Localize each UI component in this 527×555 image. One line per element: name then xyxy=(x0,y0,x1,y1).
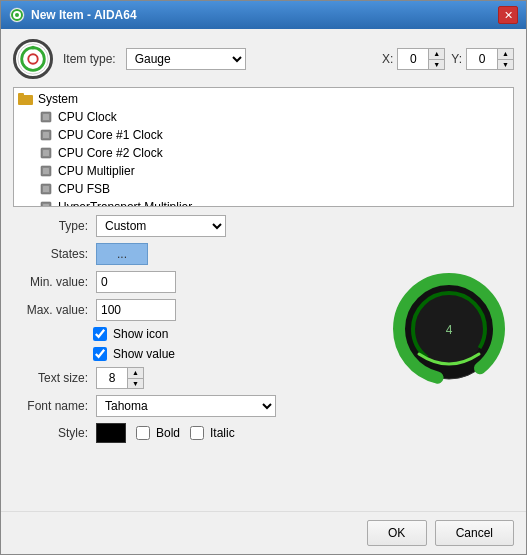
x-spin-buttons: ▲ ▼ xyxy=(428,49,444,69)
max-value-row: Max. value: 100 xyxy=(13,299,374,321)
chip-icon-3 xyxy=(38,145,54,161)
top-row: Item type: Gauge X: 0 ▲ ▼ Y: xyxy=(13,39,514,79)
tree-cpu-fsb-label: CPU FSB xyxy=(58,182,110,196)
gauge-value: 4 xyxy=(446,323,453,337)
main-content: Item type: Gauge X: 0 ▲ ▼ Y: xyxy=(1,29,526,511)
tree-item-cpu-fsb[interactable]: CPU FSB xyxy=(34,180,513,198)
min-value-input[interactable]: 0 xyxy=(96,271,176,293)
font-name-select[interactable]: Tahoma xyxy=(96,395,276,417)
y-spin-up[interactable]: ▲ xyxy=(498,49,513,59)
tree-item-cpu-clock[interactable]: CPU Clock xyxy=(34,108,513,126)
x-input[interactable]: 0 xyxy=(398,49,428,69)
tree-item-cpu-core2[interactable]: CPU Core #2 Clock xyxy=(34,144,513,162)
svg-point-6 xyxy=(31,46,35,50)
show-value-checkbox[interactable] xyxy=(93,347,107,361)
italic-group: Italic xyxy=(190,426,235,440)
show-value-label: Show value xyxy=(113,347,175,361)
text-size-label: Text size: xyxy=(13,371,88,385)
svg-rect-8 xyxy=(18,93,24,97)
show-icon-label: Show icon xyxy=(113,327,168,341)
chip-icon-4 xyxy=(38,163,54,179)
gauge-area: 4 xyxy=(384,215,514,443)
folder-icon xyxy=(18,91,34,107)
y-label: Y: xyxy=(451,52,462,66)
tree-container[interactable]: System CPU Clock CPU Cor xyxy=(13,87,514,207)
min-value-label: Min. value: xyxy=(13,275,88,289)
min-value-row: Min. value: 0 xyxy=(13,271,374,293)
tree-item-ht-mult[interactable]: HyperTransport Multiplier xyxy=(34,198,513,207)
type-select[interactable]: Custom xyxy=(96,215,226,237)
show-icon-row: Show icon xyxy=(93,327,374,341)
svg-rect-10 xyxy=(43,114,49,120)
cancel-button[interactable]: Cancel xyxy=(435,520,514,546)
item-type-select[interactable]: Gauge xyxy=(126,48,246,70)
svg-point-2 xyxy=(15,13,19,17)
tree-cpu-core1-label: CPU Core #1 Clock xyxy=(58,128,163,142)
font-name-row: Font name: Tahoma xyxy=(13,395,374,417)
button-row: OK Cancel xyxy=(1,511,526,554)
text-size-spin-buttons: ▲ ▼ xyxy=(127,368,143,388)
y-spin-down[interactable]: ▼ xyxy=(498,59,513,70)
font-name-label: Font name: xyxy=(13,399,88,413)
item-type-label: Item type: xyxy=(63,52,116,66)
x-spin-up[interactable]: ▲ xyxy=(429,49,444,59)
x-spinbox: 0 ▲ ▼ xyxy=(397,48,445,70)
bold-checkbox[interactable] xyxy=(136,426,150,440)
style-row: Style: Bold Italic xyxy=(13,423,374,443)
max-value-label: Max. value: xyxy=(13,303,88,317)
y-spin-buttons: ▲ ▼ xyxy=(497,49,513,69)
y-group: Y: 0 ▲ ▼ xyxy=(451,48,514,70)
type-row: Type: Custom xyxy=(13,215,374,237)
tree-item-cpu-mult[interactable]: CPU Multiplier xyxy=(34,162,513,180)
main-window: New Item - AIDA64 ✕ Item type: Gauge xyxy=(0,0,527,555)
xy-section: X: 0 ▲ ▼ Y: 0 ▲ ▼ xyxy=(382,48,514,70)
x-label: X: xyxy=(382,52,393,66)
tree-cpu-core2-label: CPU Core #2 Clock xyxy=(58,146,163,160)
aida-logo xyxy=(13,39,53,79)
svg-rect-14 xyxy=(43,150,49,156)
type-label: Type: xyxy=(13,219,88,233)
max-value-input[interactable]: 100 xyxy=(96,299,176,321)
gauge-svg: 4 xyxy=(389,269,509,389)
y-input[interactable]: 0 xyxy=(467,49,497,69)
ok-button[interactable]: OK xyxy=(367,520,427,546)
tree-item-cpu-core1[interactable]: CPU Core #1 Clock xyxy=(34,126,513,144)
window-icon xyxy=(9,7,25,23)
close-button[interactable]: ✕ xyxy=(498,6,518,24)
x-spin-down[interactable]: ▼ xyxy=(429,59,444,70)
italic-checkbox[interactable] xyxy=(190,426,204,440)
middle-section: Type: Custom States: ... Min. value: 0 xyxy=(13,215,514,443)
text-size-spin-down[interactable]: ▼ xyxy=(128,378,143,389)
svg-rect-20 xyxy=(43,204,49,207)
tree-item-system[interactable]: System xyxy=(14,90,513,108)
svg-rect-18 xyxy=(43,186,49,192)
states-label: States: xyxy=(13,247,88,261)
logo-svg xyxy=(16,41,50,77)
text-size-row: Text size: 8 ▲ ▼ xyxy=(13,367,374,389)
bold-group: Bold xyxy=(136,426,180,440)
color-picker-button[interactable] xyxy=(96,423,126,443)
show-icon-checkbox[interactable] xyxy=(93,327,107,341)
title-bar: New Item - AIDA64 ✕ xyxy=(1,1,526,29)
chip-icon-6 xyxy=(38,199,54,207)
chip-icon-1 xyxy=(38,109,54,125)
states-button[interactable]: ... xyxy=(96,243,148,265)
tree-system-label: System xyxy=(38,92,78,106)
text-size-input[interactable]: 8 xyxy=(97,368,127,388)
tree-ht-mult-label: HyperTransport Multiplier xyxy=(58,200,192,207)
chip-icon-2 xyxy=(38,127,54,143)
show-value-row: Show value xyxy=(93,347,374,361)
svg-rect-16 xyxy=(43,168,49,174)
italic-label: Italic xyxy=(210,426,235,440)
y-spinbox: 0 ▲ ▼ xyxy=(466,48,514,70)
svg-rect-12 xyxy=(43,132,49,138)
bold-label: Bold xyxy=(156,426,180,440)
states-row: States: ... xyxy=(13,243,374,265)
style-controls: Bold Italic xyxy=(96,423,235,443)
tree-cpu-clock-label: CPU Clock xyxy=(58,110,117,124)
left-form: Type: Custom States: ... Min. value: 0 xyxy=(13,215,374,443)
tree-cpu-mult-label: CPU Multiplier xyxy=(58,164,135,178)
text-size-spin-up[interactable]: ▲ xyxy=(128,368,143,378)
chip-icon-5 xyxy=(38,181,54,197)
window-title: New Item - AIDA64 xyxy=(31,8,137,22)
